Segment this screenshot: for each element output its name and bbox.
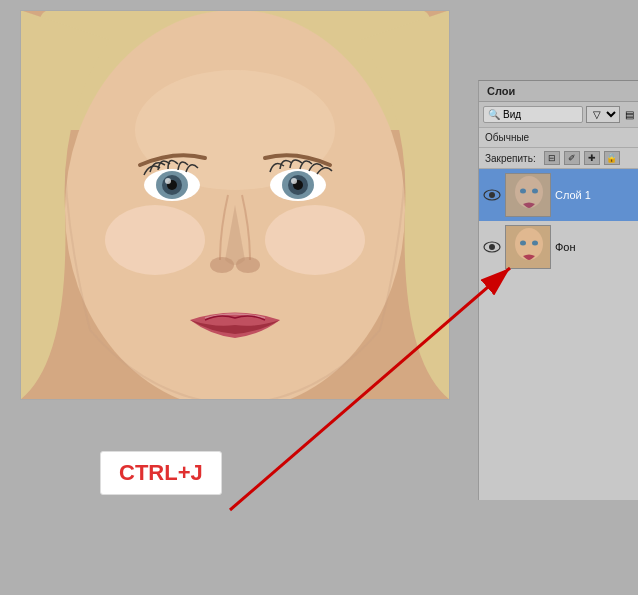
search-dropdown[interactable]: ▽ bbox=[586, 106, 620, 123]
search-icon: 🔍 bbox=[488, 109, 500, 120]
lock-icon-all[interactable]: 🔒 bbox=[604, 151, 620, 165]
shortcut-label: CTRL+J bbox=[100, 451, 222, 495]
layers-panel-title-text: Слои bbox=[487, 85, 515, 97]
layer1-name: Слой 1 bbox=[555, 189, 634, 201]
background-layer-name: Фон bbox=[555, 241, 634, 253]
lock-label: Закрепить: bbox=[485, 153, 536, 164]
svg-point-11 bbox=[165, 178, 171, 184]
lock-icon-move[interactable]: ✚ bbox=[584, 151, 600, 165]
layers-search-row: 🔍 Вид ▽ ▤ bbox=[479, 102, 638, 128]
search-label: Вид bbox=[503, 109, 521, 120]
svg-point-30 bbox=[489, 244, 495, 250]
svg-point-17 bbox=[210, 257, 234, 273]
canvas-area: CTRL+J Слои 🔍 Вид ▽ ▤ Об bbox=[0, 0, 638, 595]
svg-point-16 bbox=[291, 178, 297, 184]
svg-rect-28 bbox=[506, 174, 551, 217]
svg-point-6 bbox=[265, 205, 365, 275]
background-thumbnail bbox=[505, 225, 551, 269]
svg-point-18 bbox=[236, 257, 260, 273]
layers-search-box[interactable]: 🔍 Вид bbox=[483, 106, 583, 123]
svg-point-33 bbox=[520, 241, 526, 246]
layer-item-layer1[interactable]: Слой 1 bbox=[479, 169, 638, 221]
layer-item-background[interactable]: Фон bbox=[479, 221, 638, 273]
shortcut-text: CTRL+J bbox=[119, 460, 203, 485]
photo-canvas bbox=[20, 10, 450, 400]
mode-label: Обычные bbox=[485, 132, 529, 143]
svg-point-23 bbox=[489, 192, 495, 198]
lock-icon-grid[interactable]: ⊟ bbox=[544, 151, 560, 165]
search-icon-right: ▤ bbox=[625, 109, 634, 120]
background-visibility-toggle[interactable] bbox=[483, 239, 501, 255]
svg-point-5 bbox=[105, 205, 205, 275]
layer1-visibility-toggle[interactable] bbox=[483, 187, 501, 203]
layers-panel: Слои 🔍 Вид ▽ ▤ Обычные Закрепить: ⊟ ✐ ✚ … bbox=[478, 80, 638, 500]
mode-row[interactable]: Обычные bbox=[479, 128, 638, 148]
layer1-thumbnail bbox=[505, 173, 551, 217]
lock-icon-brush[interactable]: ✐ bbox=[564, 151, 580, 165]
lock-row: Закрепить: ⊟ ✐ ✚ 🔒 bbox=[479, 148, 638, 169]
layers-panel-title: Слои bbox=[479, 81, 638, 102]
svg-point-34 bbox=[532, 241, 538, 246]
